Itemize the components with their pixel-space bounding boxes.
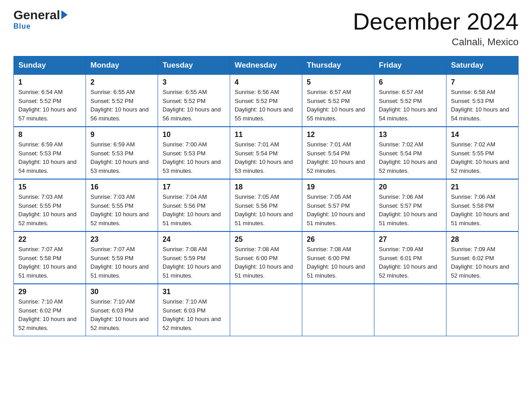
day-number: 23 <box>90 235 153 244</box>
calendar-cell: 10Sunrise: 7:00 AMSunset: 5:53 PMDayligh… <box>158 127 230 179</box>
calendar-cell: 24Sunrise: 7:08 AMSunset: 5:59 PMDayligh… <box>158 231 230 284</box>
day-info: Sunrise: 7:05 AMSunset: 5:57 PMDaylight:… <box>307 193 369 227</box>
calendar-cell <box>302 284 374 336</box>
calendar-week-row: 1Sunrise: 6:54 AMSunset: 5:52 PMDaylight… <box>14 75 519 127</box>
day-info: Sunrise: 7:02 AMSunset: 5:54 PMDaylight:… <box>379 140 442 175</box>
calendar-cell: 18Sunrise: 7:05 AMSunset: 5:56 PMDayligh… <box>230 179 302 231</box>
calendar-cell: 17Sunrise: 7:04 AMSunset: 5:56 PMDayligh… <box>158 179 230 231</box>
day-number: 20 <box>379 183 442 191</box>
day-number: 22 <box>18 235 81 244</box>
day-number: 30 <box>90 288 153 296</box>
day-number: 5 <box>307 78 369 86</box>
day-number: 4 <box>235 78 297 86</box>
calendar-cell: 21Sunrise: 7:06 AMSunset: 5:58 PMDayligh… <box>446 179 519 231</box>
calendar-cell: 8Sunrise: 6:59 AMSunset: 5:53 PMDaylight… <box>14 127 86 179</box>
day-number: 1 <box>18 78 81 86</box>
day-info: Sunrise: 7:09 AMSunset: 6:02 PMDaylight:… <box>451 245 514 280</box>
calendar-cell <box>230 284 302 336</box>
calendar-cell: 11Sunrise: 7:01 AMSunset: 5:54 PMDayligh… <box>230 127 302 179</box>
day-info: Sunrise: 7:08 AMSunset: 6:00 PMDaylight:… <box>235 245 297 280</box>
calendar-cell: 12Sunrise: 7:01 AMSunset: 5:54 PMDayligh… <box>302 127 374 179</box>
calendar-table: SundayMondayTuesdayWednesdayThursdayFrid… <box>13 56 519 336</box>
calendar-cell: 20Sunrise: 7:06 AMSunset: 5:57 PMDayligh… <box>374 179 446 231</box>
day-info: Sunrise: 6:59 AMSunset: 5:53 PMDaylight:… <box>90 140 153 175</box>
day-number: 12 <box>307 131 369 139</box>
day-info: Sunrise: 7:10 AMSunset: 6:03 PMDaylight:… <box>163 297 225 332</box>
day-info: Sunrise: 6:55 AMSunset: 5:52 PMDaylight:… <box>90 88 153 123</box>
day-info: Sunrise: 7:01 AMSunset: 5:54 PMDaylight:… <box>235 140 297 175</box>
day-number: 31 <box>163 288 225 296</box>
day-number: 9 <box>90 131 153 139</box>
header-right: December 2024 Calnali, Mexico <box>353 9 519 48</box>
day-info: Sunrise: 7:07 AMSunset: 5:59 PMDaylight:… <box>90 245 153 280</box>
day-number: 17 <box>163 183 225 191</box>
day-info: Sunrise: 7:03 AMSunset: 5:55 PMDaylight:… <box>90 193 153 227</box>
calendar-cell: 31Sunrise: 7:10 AMSunset: 6:03 PMDayligh… <box>158 284 230 336</box>
day-number: 25 <box>235 235 297 244</box>
calendar-cell: 14Sunrise: 7:02 AMSunset: 5:55 PMDayligh… <box>446 127 519 179</box>
day-number: 26 <box>307 235 369 244</box>
calendar-cell: 22Sunrise: 7:07 AMSunset: 5:58 PMDayligh… <box>14 231 86 284</box>
calendar-cell: 25Sunrise: 7:08 AMSunset: 6:00 PMDayligh… <box>230 231 302 284</box>
day-info: Sunrise: 6:57 AMSunset: 5:52 PMDaylight:… <box>307 88 369 123</box>
calendar-cell: 15Sunrise: 7:03 AMSunset: 5:55 PMDayligh… <box>14 179 86 231</box>
calendar-cell: 2Sunrise: 6:55 AMSunset: 5:52 PMDaylight… <box>86 75 158 127</box>
day-info: Sunrise: 6:54 AMSunset: 5:52 PMDaylight:… <box>18 88 81 123</box>
calendar-cell: 6Sunrise: 6:57 AMSunset: 5:52 PMDaylight… <box>374 75 446 127</box>
calendar-cell <box>446 284 519 336</box>
calendar-week-row: 29Sunrise: 7:10 AMSunset: 6:02 PMDayligh… <box>14 284 519 336</box>
day-info: Sunrise: 7:10 AMSunset: 6:03 PMDaylight:… <box>90 297 153 332</box>
calendar-week-row: 22Sunrise: 7:07 AMSunset: 5:58 PMDayligh… <box>14 231 519 284</box>
day-number: 3 <box>163 78 225 86</box>
day-number: 24 <box>163 235 225 244</box>
calendar-cell <box>374 284 446 336</box>
weekday-header-tuesday: Tuesday <box>158 56 230 75</box>
day-info: Sunrise: 6:58 AMSunset: 5:53 PMDaylight:… <box>451 88 514 123</box>
calendar-cell: 26Sunrise: 7:08 AMSunset: 6:00 PMDayligh… <box>302 231 374 284</box>
day-info: Sunrise: 7:05 AMSunset: 5:56 PMDaylight:… <box>235 193 297 227</box>
day-info: Sunrise: 7:10 AMSunset: 6:02 PMDaylight:… <box>18 297 81 332</box>
logo: General Blue <box>13 9 68 30</box>
calendar-cell: 1Sunrise: 6:54 AMSunset: 5:52 PMDaylight… <box>14 75 86 127</box>
logo-blue-text: Blue <box>13 22 31 30</box>
day-info: Sunrise: 6:59 AMSunset: 5:53 PMDaylight:… <box>18 140 81 175</box>
day-number: 10 <box>163 131 225 139</box>
day-info: Sunrise: 6:56 AMSunset: 5:52 PMDaylight:… <box>235 88 297 123</box>
weekday-header-monday: Monday <box>86 56 158 75</box>
day-info: Sunrise: 7:07 AMSunset: 5:58 PMDaylight:… <box>18 245 81 280</box>
day-info: Sunrise: 7:09 AMSunset: 6:01 PMDaylight:… <box>379 245 442 280</box>
calendar-cell: 27Sunrise: 7:09 AMSunset: 6:01 PMDayligh… <box>374 231 446 284</box>
location-label: Calnali, Mexico <box>353 36 519 48</box>
calendar-week-row: 15Sunrise: 7:03 AMSunset: 5:55 PMDayligh… <box>14 179 519 231</box>
weekday-header-row: SundayMondayTuesdayWednesdayThursdayFrid… <box>14 56 519 75</box>
weekday-header-saturday: Saturday <box>446 56 519 75</box>
calendar-cell: 28Sunrise: 7:09 AMSunset: 6:02 PMDayligh… <box>446 231 519 284</box>
day-info: Sunrise: 7:01 AMSunset: 5:54 PMDaylight:… <box>307 140 369 175</box>
day-info: Sunrise: 7:03 AMSunset: 5:55 PMDaylight:… <box>18 193 81 227</box>
day-number: 11 <box>235 131 297 139</box>
weekday-header-friday: Friday <box>374 56 446 75</box>
day-number: 15 <box>18 183 81 191</box>
calendar-cell: 29Sunrise: 7:10 AMSunset: 6:02 PMDayligh… <box>14 284 86 336</box>
month-title: December 2024 <box>353 9 519 34</box>
calendar-cell: 13Sunrise: 7:02 AMSunset: 5:54 PMDayligh… <box>374 127 446 179</box>
calendar-cell: 16Sunrise: 7:03 AMSunset: 5:55 PMDayligh… <box>86 179 158 231</box>
day-number: 8 <box>18 131 81 139</box>
day-info: Sunrise: 7:02 AMSunset: 5:55 PMDaylight:… <box>451 140 514 175</box>
calendar-cell: 23Sunrise: 7:07 AMSunset: 5:59 PMDayligh… <box>86 231 158 284</box>
day-info: Sunrise: 7:08 AMSunset: 5:59 PMDaylight:… <box>163 245 225 280</box>
day-info: Sunrise: 7:00 AMSunset: 5:53 PMDaylight:… <box>163 140 225 175</box>
calendar-cell: 7Sunrise: 6:58 AMSunset: 5:53 PMDaylight… <box>446 75 519 127</box>
page-header: General Blue December 2024 Calnali, Mexi… <box>13 9 519 48</box>
day-number: 13 <box>379 131 442 139</box>
calendar-cell: 4Sunrise: 6:56 AMSunset: 5:52 PMDaylight… <box>230 75 302 127</box>
day-number: 16 <box>90 183 153 191</box>
logo-general-text: General <box>13 9 60 21</box>
day-number: 27 <box>379 235 442 244</box>
weekday-header-wednesday: Wednesday <box>230 56 302 75</box>
day-info: Sunrise: 7:04 AMSunset: 5:56 PMDaylight:… <box>163 193 225 227</box>
calendar-cell: 5Sunrise: 6:57 AMSunset: 5:52 PMDaylight… <box>302 75 374 127</box>
day-number: 19 <box>307 183 369 191</box>
day-number: 29 <box>18 288 81 296</box>
calendar-week-row: 8Sunrise: 6:59 AMSunset: 5:53 PMDaylight… <box>14 127 519 179</box>
